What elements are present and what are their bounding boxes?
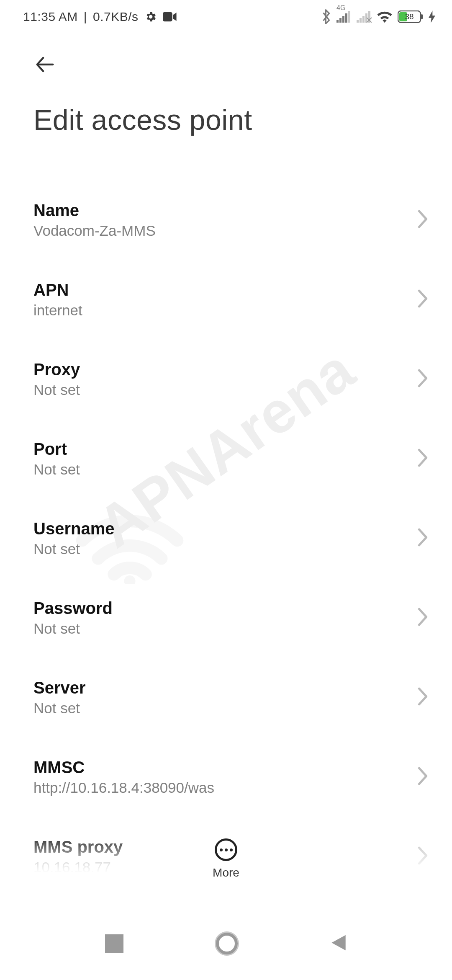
svg-rect-2 — [339, 18, 342, 23]
row-value: Not set — [33, 700, 86, 717]
row-label: MMSC — [33, 758, 214, 777]
row-value: internet — [33, 302, 82, 319]
back-button[interactable] — [33, 52, 429, 78]
row-mmsc[interactable]: MMSC http://10.16.18.4:38090/was — [33, 737, 429, 817]
svg-rect-13 — [421, 14, 423, 19]
row-label: Server — [33, 678, 86, 697]
row-port[interactable]: Port Not set — [33, 419, 429, 498]
battery-percent: 38 — [398, 10, 421, 23]
status-net-speed: 0.7KB/s — [93, 10, 139, 24]
status-right: 4G 38 — [321, 9, 435, 24]
nav-home-button[interactable] — [216, 933, 238, 954]
status-bar: 11:35 AM | 0.7KB/s 4G — [0, 0, 452, 34]
gear-icon — [144, 10, 157, 23]
status-left: 11:35 AM | 0.7KB/s — [23, 10, 177, 24]
screen: 11:35 AM | 0.7KB/s 4G — [0, 0, 452, 980]
svg-rect-7 — [360, 18, 362, 23]
row-proxy[interactable]: Proxy Not set — [33, 339, 429, 419]
svg-rect-1 — [336, 20, 339, 23]
nav-recent-apps-button[interactable] — [105, 934, 123, 953]
row-label: Name — [33, 201, 156, 220]
row-value: Vodacom-Za-MMS — [33, 222, 156, 239]
status-sep: | — [84, 10, 87, 24]
cellular-label: 4G — [336, 4, 345, 12]
svg-rect-6 — [357, 20, 359, 23]
more-icon — [215, 838, 237, 861]
video-camera-icon — [163, 11, 177, 22]
cellular-signal-2-icon — [357, 11, 372, 23]
bluetooth-icon — [321, 9, 331, 24]
nav-back-button[interactable] — [330, 934, 347, 954]
row-label: Username — [33, 519, 114, 538]
svg-rect-5 — [348, 11, 350, 23]
navigation-bar — [0, 907, 452, 980]
header: Edit access point — [0, 34, 452, 136]
row-value: Not set — [33, 620, 113, 637]
row-username[interactable]: Username Not set — [33, 498, 429, 578]
row-label: Password — [33, 599, 113, 618]
chevron-right-icon — [416, 766, 429, 788]
more-label: More — [213, 866, 239, 879]
row-password[interactable]: Password Not set — [33, 578, 429, 658]
svg-rect-4 — [345, 13, 347, 23]
chevron-right-icon — [416, 686, 429, 708]
row-value: http://10.16.18.4:38090/was — [33, 779, 214, 796]
chevron-right-icon — [416, 607, 429, 629]
row-name[interactable]: Name Vodacom-Za-MMS — [33, 180, 429, 260]
row-apn[interactable]: APN internet — [33, 260, 429, 339]
row-value: Not set — [33, 541, 114, 557]
settings-list: Name Vodacom-Za-MMS APN internet Proxy N… — [0, 180, 452, 896]
chevron-right-icon — [416, 289, 429, 310]
row-label: Port — [33, 440, 80, 459]
row-label: APN — [33, 281, 82, 299]
chevron-right-icon — [416, 209, 429, 231]
status-time: 11:35 AM — [23, 10, 78, 24]
svg-rect-0 — [163, 12, 172, 22]
page-title: Edit access point — [33, 103, 429, 136]
row-value: Not set — [33, 461, 80, 478]
charging-bolt-icon — [429, 10, 435, 23]
row-server[interactable]: Server Not set — [33, 658, 429, 737]
svg-rect-3 — [342, 16, 344, 23]
more-button[interactable]: More — [0, 838, 452, 879]
battery-icon: 38 — [398, 10, 424, 23]
cellular-signal-1-icon: 4G — [336, 11, 352, 23]
chevron-right-icon — [416, 448, 429, 469]
row-label: Proxy — [33, 360, 80, 379]
wifi-icon — [377, 10, 393, 23]
chevron-right-icon — [416, 527, 429, 549]
row-value: Not set — [33, 382, 80, 398]
chevron-right-icon — [416, 368, 429, 390]
svg-rect-8 — [362, 16, 365, 23]
